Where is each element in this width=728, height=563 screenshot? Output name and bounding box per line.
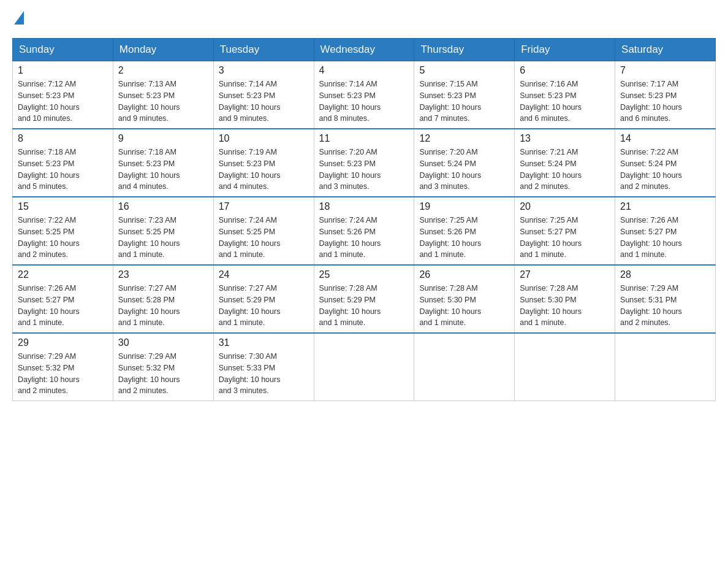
- calendar-day-cell: 12 Sunrise: 7:20 AMSunset: 5:24 PMDaylig…: [414, 129, 515, 197]
- day-info: Sunrise: 7:29 AMSunset: 5:32 PMDaylight:…: [18, 351, 108, 397]
- day-info: Sunrise: 7:26 AMSunset: 5:27 PMDaylight:…: [620, 215, 710, 261]
- day-number: 3: [219, 65, 309, 76]
- calendar-day-cell: 3 Sunrise: 7:14 AMSunset: 5:23 PMDayligh…: [213, 61, 314, 129]
- calendar-day-cell: 25 Sunrise: 7:28 AMSunset: 5:29 PMDaylig…: [314, 265, 414, 333]
- calendar-day-cell: 15 Sunrise: 7:22 AMSunset: 5:25 PMDaylig…: [13, 197, 113, 265]
- day-number: 29: [18, 337, 108, 348]
- calendar-day-cell: 28 Sunrise: 7:29 AMSunset: 5:31 PMDaylig…: [615, 265, 716, 333]
- calendar-day-cell: 16 Sunrise: 7:23 AMSunset: 5:25 PMDaylig…: [113, 197, 213, 265]
- day-info: Sunrise: 7:29 AMSunset: 5:32 PMDaylight:…: [118, 351, 208, 397]
- calendar-empty-cell: [515, 333, 615, 401]
- calendar-day-cell: 19 Sunrise: 7:25 AMSunset: 5:26 PMDaylig…: [414, 197, 515, 265]
- calendar-day-cell: 5 Sunrise: 7:15 AMSunset: 5:23 PMDayligh…: [414, 61, 515, 129]
- calendar-day-cell: 13 Sunrise: 7:21 AMSunset: 5:24 PMDaylig…: [515, 129, 615, 197]
- day-number: 19: [419, 201, 509, 212]
- day-number: 28: [620, 269, 710, 280]
- calendar-day-cell: 7 Sunrise: 7:17 AMSunset: 5:23 PMDayligh…: [615, 61, 716, 129]
- weekday-header-saturday: Saturday: [615, 39, 716, 61]
- calendar-empty-cell: [314, 333, 414, 401]
- day-info: Sunrise: 7:24 AMSunset: 5:25 PMDaylight:…: [219, 215, 309, 261]
- day-number: 9: [118, 133, 208, 144]
- day-info: Sunrise: 7:22 AMSunset: 5:24 PMDaylight:…: [620, 147, 710, 193]
- calendar-day-cell: 30 Sunrise: 7:29 AMSunset: 5:32 PMDaylig…: [113, 333, 213, 401]
- calendar-day-cell: 14 Sunrise: 7:22 AMSunset: 5:24 PMDaylig…: [615, 129, 716, 197]
- day-info: Sunrise: 7:21 AMSunset: 5:24 PMDaylight:…: [520, 147, 610, 193]
- day-info: Sunrise: 7:20 AMSunset: 5:23 PMDaylight:…: [319, 147, 409, 193]
- calendar-day-cell: 17 Sunrise: 7:24 AMSunset: 5:25 PMDaylig…: [213, 197, 314, 265]
- day-info: Sunrise: 7:28 AMSunset: 5:30 PMDaylight:…: [520, 283, 610, 329]
- calendar-day-cell: 9 Sunrise: 7:18 AMSunset: 5:23 PMDayligh…: [113, 129, 213, 197]
- weekday-header-tuesday: Tuesday: [213, 39, 314, 61]
- day-number: 31: [219, 337, 309, 348]
- day-info: Sunrise: 7:13 AMSunset: 5:23 PMDaylight:…: [118, 79, 208, 124]
- day-number: 14: [620, 133, 710, 144]
- calendar-day-cell: 8 Sunrise: 7:18 AMSunset: 5:23 PMDayligh…: [13, 129, 113, 197]
- calendar-day-cell: 20 Sunrise: 7:25 AMSunset: 5:27 PMDaylig…: [515, 197, 615, 265]
- day-number: 13: [520, 133, 610, 144]
- calendar-week-row: 22 Sunrise: 7:26 AMSunset: 5:27 PMDaylig…: [13, 265, 716, 333]
- calendar-day-cell: 1 Sunrise: 7:12 AMSunset: 5:23 PMDayligh…: [13, 61, 113, 129]
- calendar-day-cell: 29 Sunrise: 7:29 AMSunset: 5:32 PMDaylig…: [13, 333, 113, 401]
- calendar-day-cell: 23 Sunrise: 7:27 AMSunset: 5:28 PMDaylig…: [113, 265, 213, 333]
- weekday-header-row: SundayMondayTuesdayWednesdayThursdayFrid…: [13, 39, 716, 61]
- day-number: 18: [319, 201, 409, 212]
- calendar-week-row: 1 Sunrise: 7:12 AMSunset: 5:23 PMDayligh…: [13, 61, 716, 129]
- day-number: 22: [18, 269, 108, 280]
- day-info: Sunrise: 7:15 AMSunset: 5:23 PMDaylight:…: [419, 79, 509, 124]
- day-info: Sunrise: 7:25 AMSunset: 5:26 PMDaylight:…: [419, 215, 509, 261]
- day-number: 7: [620, 65, 710, 76]
- day-number: 30: [118, 337, 208, 348]
- weekday-header-wednesday: Wednesday: [314, 39, 414, 61]
- logo: [12, 12, 24, 26]
- calendar-day-cell: 11 Sunrise: 7:20 AMSunset: 5:23 PMDaylig…: [314, 129, 414, 197]
- day-info: Sunrise: 7:28 AMSunset: 5:30 PMDaylight:…: [419, 283, 509, 329]
- day-info: Sunrise: 7:30 AMSunset: 5:33 PMDaylight:…: [219, 351, 309, 397]
- day-info: Sunrise: 7:14 AMSunset: 5:23 PMDaylight:…: [219, 79, 309, 124]
- day-number: 16: [118, 201, 208, 212]
- weekday-header-friday: Friday: [515, 39, 615, 61]
- day-info: Sunrise: 7:26 AMSunset: 5:27 PMDaylight:…: [18, 283, 108, 329]
- calendar-day-cell: 21 Sunrise: 7:26 AMSunset: 5:27 PMDaylig…: [615, 197, 716, 265]
- day-number: 4: [319, 65, 409, 76]
- day-number: 1: [18, 65, 108, 76]
- day-info: Sunrise: 7:18 AMSunset: 5:23 PMDaylight:…: [118, 147, 208, 193]
- calendar-week-row: 8 Sunrise: 7:18 AMSunset: 5:23 PMDayligh…: [13, 129, 716, 197]
- calendar-table: SundayMondayTuesdayWednesdayThursdayFrid…: [12, 38, 716, 401]
- day-number: 17: [219, 201, 309, 212]
- calendar-day-cell: 26 Sunrise: 7:28 AMSunset: 5:30 PMDaylig…: [414, 265, 515, 333]
- calendar-day-cell: 18 Sunrise: 7:24 AMSunset: 5:26 PMDaylig…: [314, 197, 414, 265]
- day-number: 21: [620, 201, 710, 212]
- weekday-header-sunday: Sunday: [13, 39, 113, 61]
- day-number: 12: [419, 133, 509, 144]
- day-info: Sunrise: 7:23 AMSunset: 5:25 PMDaylight:…: [118, 215, 208, 261]
- calendar-week-row: 29 Sunrise: 7:29 AMSunset: 5:32 PMDaylig…: [13, 333, 716, 401]
- calendar-day-cell: 4 Sunrise: 7:14 AMSunset: 5:23 PMDayligh…: [314, 61, 414, 129]
- day-info: Sunrise: 7:27 AMSunset: 5:29 PMDaylight:…: [219, 283, 309, 329]
- calendar-day-cell: 22 Sunrise: 7:26 AMSunset: 5:27 PMDaylig…: [13, 265, 113, 333]
- day-number: 26: [419, 269, 509, 280]
- day-info: Sunrise: 7:16 AMSunset: 5:23 PMDaylight:…: [520, 79, 610, 124]
- weekday-header-thursday: Thursday: [414, 39, 515, 61]
- day-info: Sunrise: 7:18 AMSunset: 5:23 PMDaylight:…: [18, 147, 108, 193]
- day-number: 25: [319, 269, 409, 280]
- logo-triangle-icon: [14, 11, 24, 25]
- calendar-day-cell: 24 Sunrise: 7:27 AMSunset: 5:29 PMDaylig…: [213, 265, 314, 333]
- day-number: 27: [520, 269, 610, 280]
- day-info: Sunrise: 7:20 AMSunset: 5:24 PMDaylight:…: [419, 147, 509, 193]
- day-number: 8: [18, 133, 108, 144]
- day-info: Sunrise: 7:29 AMSunset: 5:31 PMDaylight:…: [620, 283, 710, 329]
- weekday-header-monday: Monday: [113, 39, 213, 61]
- day-number: 2: [118, 65, 208, 76]
- day-number: 15: [18, 201, 108, 212]
- day-number: 6: [520, 65, 610, 76]
- day-number: 5: [419, 65, 509, 76]
- calendar-day-cell: 10 Sunrise: 7:19 AMSunset: 5:23 PMDaylig…: [213, 129, 314, 197]
- day-info: Sunrise: 7:25 AMSunset: 5:27 PMDaylight:…: [520, 215, 610, 261]
- day-number: 23: [118, 269, 208, 280]
- day-number: 10: [219, 133, 309, 144]
- day-info: Sunrise: 7:27 AMSunset: 5:28 PMDaylight:…: [118, 283, 208, 329]
- day-info: Sunrise: 7:12 AMSunset: 5:23 PMDaylight:…: [18, 79, 108, 124]
- calendar-empty-cell: [414, 333, 515, 401]
- calendar-day-cell: 2 Sunrise: 7:13 AMSunset: 5:23 PMDayligh…: [113, 61, 213, 129]
- calendar-week-row: 15 Sunrise: 7:22 AMSunset: 5:25 PMDaylig…: [13, 197, 716, 265]
